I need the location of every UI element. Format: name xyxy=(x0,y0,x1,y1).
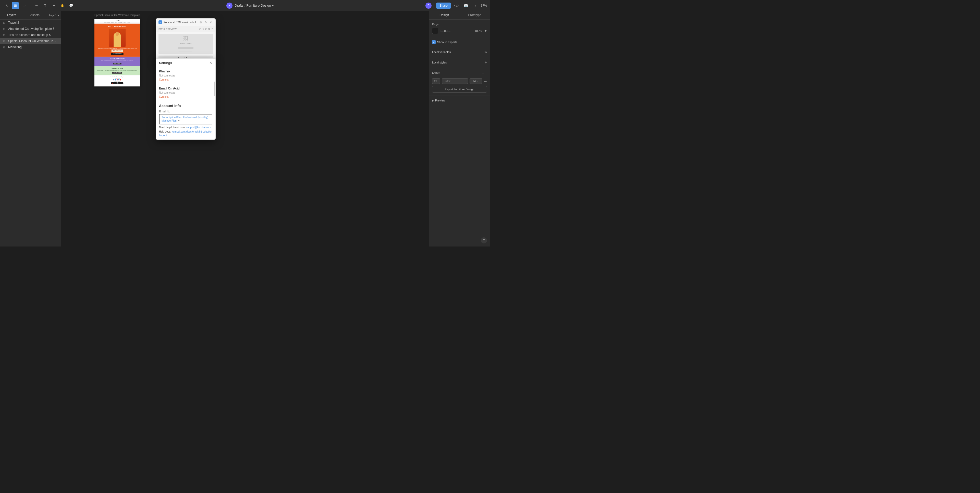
breadcrumb-drafts[interactable]: Drafts xyxy=(234,3,243,7)
layer-grid-icon: ⊞ xyxy=(3,40,6,43)
zoom-level[interactable]: 37% xyxy=(481,4,487,7)
tool-move[interactable]: ↖ xyxy=(3,2,10,9)
app-store-btn[interactable]: 🍎 App Store xyxy=(111,82,117,84)
footer-invite[interactable]: Invite Friends xyxy=(111,77,115,78)
breadcrumb-current[interactable]: Furniture Design ▾ xyxy=(247,3,274,7)
email-hero-heading: WELCOME ONBOARD! xyxy=(97,25,138,27)
docs-link[interactable]: kombai.com/docs/email/introduction xyxy=(172,130,212,133)
plugin-title-area: K Kombai - HTML email code from ANY desi… xyxy=(159,21,199,24)
plugin-minimize-btn[interactable]: ⊟ xyxy=(199,20,203,24)
email-on-acid-status: Not connected xyxy=(159,91,212,94)
manage-plan-link[interactable]: Manage Plan ← xyxy=(162,119,210,122)
plugin-close-btn[interactable]: ✕ xyxy=(209,20,213,24)
social-instagram[interactable] xyxy=(117,79,118,81)
apple-icon: 🍎 xyxy=(112,83,113,84)
page-color-box[interactable] xyxy=(432,28,438,34)
email-nav-links: TRENDING NOW APPAREL BAGS FOOTWEAR JEWEL… xyxy=(94,22,140,24)
tab-prototype[interactable]: Prototype xyxy=(460,11,490,19)
email-logo: LOGO xyxy=(96,20,139,21)
settings-account: Account Info Email Id: Subscription Plan… xyxy=(156,101,215,139)
right-panel-bottom: ? xyxy=(429,105,490,246)
tool-hand[interactable]: ✋ xyxy=(59,2,66,9)
tool-comment[interactable]: 💬 xyxy=(68,2,75,9)
subscription-plan-text: Subscription Plan: Professional (Monthly… xyxy=(162,116,210,119)
footer-support[interactable]: Support xyxy=(121,77,124,78)
layer-grid-icon: ⊞ xyxy=(3,46,6,49)
layer-item-travel[interactable]: ⊞ Travel 2 xyxy=(0,20,61,26)
nav-link-bags: BAGS xyxy=(115,22,118,23)
email-spread-btn[interactable]: BECOME A MEMBER xyxy=(112,72,122,74)
export-button[interactable]: Export Furniture Design xyxy=(432,86,487,92)
user-avatar-d[interactable]: D xyxy=(425,3,431,9)
share-button[interactable]: Share xyxy=(436,3,451,9)
local-variables-sort-icon[interactable]: ⇅ xyxy=(484,50,487,54)
email-on-acid-connect[interactable]: Connect xyxy=(159,95,169,98)
footer-contact[interactable]: Contact us xyxy=(116,77,120,78)
email-nav: LOGO xyxy=(94,19,140,22)
email-footer: Invite Friends Contact us Support Connec… xyxy=(94,75,140,86)
preview-section: ▶ Preview xyxy=(429,96,490,105)
frame-sub-bar-1 xyxy=(178,47,193,49)
social-facebook[interactable] xyxy=(113,79,115,81)
nav-link-offers: OFFERS xyxy=(127,22,130,23)
tool-pen[interactable]: ✒ xyxy=(33,2,40,9)
present-icon-btn[interactable]: ▷ xyxy=(472,2,479,9)
plugin-undo[interactable]: ↩ xyxy=(199,27,201,30)
tool-rectangle[interactable]: ▭ xyxy=(21,2,27,9)
nav-link-trending: TRENDING NOW xyxy=(104,22,110,23)
local-styles-add-icon[interactable]: + xyxy=(485,60,487,65)
app-store-label: App Store xyxy=(113,83,116,84)
tab-assets[interactable]: Assets xyxy=(23,11,46,19)
nav-link-jewels: JEWELS xyxy=(123,22,126,23)
klaviyo-connect[interactable]: Connect xyxy=(159,78,169,81)
plugin-titlebar-icons: ⊟ ↻ ✕ xyxy=(199,20,213,24)
logout-link[interactable]: Logout xyxy=(159,134,212,137)
plugin-refresh-btn[interactable]: ↻ xyxy=(204,20,208,24)
settings-close-btn[interactable]: ✕ xyxy=(209,61,212,65)
tool-components[interactable]: ✦ xyxy=(50,2,57,9)
export-more-options[interactable]: ··· xyxy=(484,79,487,83)
local-variables-row[interactable]: Local variables ⇅ xyxy=(432,50,487,54)
frame-sub-bar-2 xyxy=(180,51,192,52)
nav-link-footwear: FOOTWEAR xyxy=(118,22,122,23)
page-visibility-icon[interactable]: 👁 xyxy=(484,29,487,33)
layer-item-abandoned[interactable]: ⊞ Abandoned Cart webp Template 5 xyxy=(0,26,61,32)
email-points-text: INVITE A FRIEND AND EARN 5% OFF ON YOUR … xyxy=(96,60,138,62)
export-plus-icon[interactable]: + xyxy=(485,71,487,76)
plugin-redo[interactable]: ↪ xyxy=(202,27,204,30)
email-points-btn[interactable]: EARN 20% NOW xyxy=(113,63,121,65)
plugin-settings[interactable]: ⚙ xyxy=(208,27,210,30)
topbar: ↖ ⊡ ▭ ✒ T ✦ ✋ 💬 K Drafts / Furniture Des… xyxy=(0,0,490,11)
email-hero-text: THANK YOU FOR JOINING OUR COMMUNITY AS A… xyxy=(97,48,138,49)
plugin-body: EMAIL PREVIEW ↩ ↪ ⟳ ⚙ ? 🖼 #Your Frame xyxy=(156,26,215,63)
plugin-titlebar: K Kombai - HTML email code from ANY desi… xyxy=(156,19,215,26)
layer-item-special-discount[interactable]: ⊞ Special Discount On Welcome Te... xyxy=(0,38,61,44)
tool-frame[interactable]: ⊡ xyxy=(12,2,19,9)
tab-design[interactable]: Design xyxy=(429,11,460,19)
export-suffix-input[interactable]: Suffix xyxy=(442,78,468,84)
code-icon-btn[interactable]: </> xyxy=(453,2,460,9)
social-youtube[interactable] xyxy=(120,79,121,81)
google-play-btn[interactable]: ▶ Google Play xyxy=(118,82,123,84)
layer-item-marketing[interactable]: ⊞ Marketing xyxy=(0,44,61,50)
page-selector[interactable]: Page 1 ▾ xyxy=(46,11,61,19)
export-scale-input[interactable]: 1x xyxy=(432,78,440,84)
tab-layers[interactable]: Layers xyxy=(0,11,23,19)
tool-text[interactable]: T xyxy=(41,2,49,9)
layer-item-skincare[interactable]: ⊞ Tips on skincare and makeup 5 xyxy=(0,32,61,38)
social-twitter[interactable] xyxy=(115,79,116,81)
help-email-link[interactable]: support@kombai.com xyxy=(186,126,211,129)
plugin-icon: K xyxy=(159,21,162,24)
preview-row[interactable]: ▶ Preview xyxy=(432,99,487,102)
social-linkedin[interactable] xyxy=(118,79,120,81)
export-minus-icon[interactable]: − xyxy=(482,71,484,76)
show-in-exports-checkbox[interactable]: ✓ xyxy=(432,40,436,44)
book-icon-btn[interactable]: 📖 xyxy=(463,2,469,9)
help-button[interactable]: ? xyxy=(481,237,487,243)
export-header-row: Export − + xyxy=(432,71,487,76)
plugin-help[interactable]: ? xyxy=(211,27,213,30)
export-format-select[interactable]: PNG xyxy=(469,78,482,84)
plugin-refresh[interactable]: ⟳ xyxy=(205,27,207,30)
email-cta-btn[interactable]: START SHOPPING xyxy=(111,53,123,55)
email-hero-image xyxy=(109,29,126,47)
